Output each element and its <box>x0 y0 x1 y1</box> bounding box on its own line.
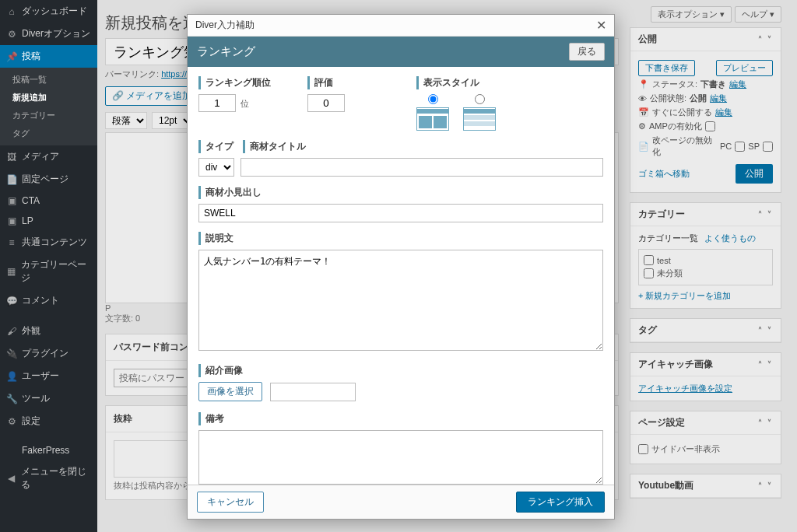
dialog-titlebar: Diver入力補助 ✕ <box>188 15 614 37</box>
style-radio-1[interactable] <box>428 94 438 104</box>
rank-suffix: 位 <box>241 99 249 108</box>
item-title-input[interactable] <box>241 158 603 177</box>
subhead-input[interactable] <box>198 204 603 222</box>
note-label: 備考 <box>198 412 603 425</box>
type-label: タイプ <box>198 140 233 153</box>
desc-textarea[interactable] <box>198 250 603 351</box>
rank-label: ランキング順位 <box>198 76 292 89</box>
diver-dialog: Diver入力補助 ✕ ランキング 戻る ランキング順位 位 評価 表示スタイル <box>187 14 615 520</box>
note-textarea[interactable] <box>198 430 603 485</box>
dialog-back-button[interactable]: 戻る <box>569 43 605 61</box>
dialog-header: ランキング 戻る <box>188 37 614 67</box>
rating-input[interactable] <box>307 94 345 112</box>
dialog-body: ランキング順位 位 評価 表示スタイル <box>188 67 614 485</box>
subhead-label: 商材小見出し <box>198 186 603 199</box>
image-label: 紹介画像 <box>198 364 603 377</box>
select-image-button[interactable]: 画像を選択 <box>198 382 262 401</box>
style-thumb-2 <box>463 107 496 131</box>
rank-input[interactable] <box>198 94 236 112</box>
dialog-overlay: Diver入力補助 ✕ ランキング 戻る ランキング順位 位 評価 表示スタイル <box>0 0 797 532</box>
rating-label: 評価 <box>307 76 401 89</box>
dialog-header-title: ランキング <box>197 44 255 59</box>
image-name-field[interactable] <box>270 383 356 401</box>
style-thumb-1 <box>416 107 449 131</box>
style-label: 表示スタイル <box>416 76 603 89</box>
item-title-label: 商材タイトル <box>243 140 306 153</box>
style-radio-2[interactable] <box>475 94 485 104</box>
dialog-titlebar-text: Diver入力補助 <box>195 19 255 32</box>
type-select[interactable]: div <box>198 158 234 177</box>
dialog-footer: キャンセル ランキング挿入 <box>188 485 614 519</box>
cancel-button[interactable]: キャンセル <box>197 492 264 513</box>
insert-ranking-button[interactable]: ランキング挿入 <box>516 492 605 513</box>
dialog-close-button[interactable]: ✕ <box>596 18 606 33</box>
desc-label: 説明文 <box>198 232 603 245</box>
